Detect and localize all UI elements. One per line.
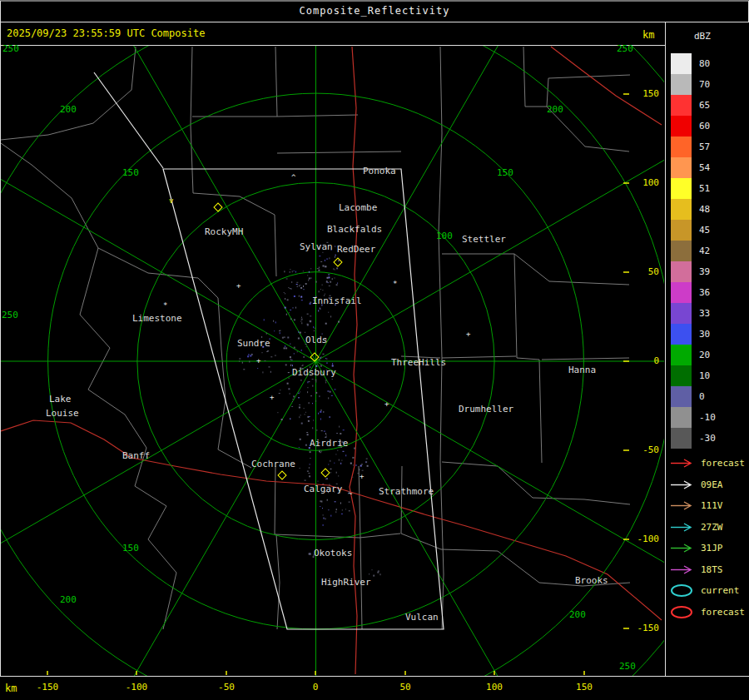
echo-pixel <box>294 347 295 349</box>
colorbar-row: 20 <box>671 345 716 365</box>
echo-pixel <box>297 351 298 352</box>
city-label: Sundre <box>237 338 270 349</box>
city-label: HighRiver <box>321 577 371 588</box>
y-axis-label: 50 <box>627 266 659 277</box>
echo-pixel <box>338 475 339 476</box>
city-label: Brooks <box>575 575 608 586</box>
echo-pixel <box>285 298 285 300</box>
legend-arrow-icon <box>669 563 697 577</box>
colorbar-value: 30 <box>699 329 710 340</box>
echo-pixel <box>336 267 338 269</box>
poi-mark: * <box>393 280 397 288</box>
echo-pixel <box>299 295 300 297</box>
echo-pixel <box>299 405 300 405</box>
echo-pixel <box>307 434 309 435</box>
echo-pixel <box>329 285 330 286</box>
y-axis-label: -150 <box>627 623 659 633</box>
echo-pixel <box>331 395 333 396</box>
echo-pixel <box>264 319 265 320</box>
colorbar-block <box>671 178 692 199</box>
echo-pixel <box>295 271 296 273</box>
echo-pixel <box>335 511 336 513</box>
echo-pixel <box>355 465 357 466</box>
window-title: Composite_Reflectivity <box>300 5 450 17</box>
colorbar-block <box>671 365 692 386</box>
echo-pixel <box>279 330 280 331</box>
echo-pixel <box>273 320 274 322</box>
echo-pixel <box>339 426 340 428</box>
echo-pixel <box>345 509 346 509</box>
echo-pixel <box>321 451 322 452</box>
echo-pixel <box>319 256 320 256</box>
x-axis-label: -100 <box>126 682 148 693</box>
echo-pixel <box>321 356 322 357</box>
echo-pixel <box>315 328 315 329</box>
echo-pixel <box>310 451 311 453</box>
echo-pixel <box>301 320 302 321</box>
colorbar-block <box>671 386 692 407</box>
echo-pixel <box>291 406 293 407</box>
echo-pixel <box>326 363 328 364</box>
echo-pixel <box>312 403 313 404</box>
colorbar-value: 36 <box>699 287 710 298</box>
colorbar-block <box>671 282 692 303</box>
city-label: Innisfail <box>312 295 362 306</box>
ring-distance-label: 200 <box>60 104 77 115</box>
echo-pixel <box>337 450 338 451</box>
echo-pixel <box>290 318 291 320</box>
legend-item: current <box>669 580 745 602</box>
echo-pixel <box>319 360 320 360</box>
echo-pixel <box>307 416 309 418</box>
colorbar-row: 10 <box>671 365 716 386</box>
colorbar-value: 10 <box>699 370 710 381</box>
echo-pixel <box>257 368 258 369</box>
echo-pixel <box>293 307 294 308</box>
echo-pixel <box>337 283 338 284</box>
legend-arrow-icon <box>669 478 697 492</box>
echo-pixel <box>299 407 300 409</box>
echo-pixel <box>325 266 325 267</box>
echo-pixel <box>290 344 290 345</box>
x-axis-label: 100 <box>486 682 503 693</box>
echo-pixel <box>313 326 314 328</box>
echo-pixel <box>304 408 305 409</box>
echo-pixel <box>305 444 307 446</box>
colorbar-unit-label: dBZ <box>694 31 711 42</box>
echo-pixel <box>306 432 308 433</box>
echo-pixel <box>280 332 280 334</box>
echo-pixel <box>279 393 280 394</box>
y-axis-label: 100 <box>627 177 659 188</box>
echo-pixel <box>373 575 374 577</box>
km-unit-label-bottom: km <box>5 683 17 694</box>
echo-pixel <box>307 381 308 383</box>
y-axis-label: -50 <box>627 444 659 455</box>
echo-pixel <box>335 255 336 256</box>
echo-pixel <box>316 281 317 283</box>
echo-pixel <box>289 312 290 313</box>
echo-pixel <box>294 319 295 320</box>
echo-pixel <box>239 359 241 360</box>
echo-pixel <box>301 319 303 320</box>
echo-pixel <box>330 460 330 462</box>
echo-pixel <box>327 277 329 279</box>
echo-pixel <box>301 350 302 351</box>
echo-pixel <box>328 276 330 278</box>
echo-pixel <box>288 388 290 390</box>
echo-pixel <box>285 364 287 365</box>
echo-pixel <box>307 471 309 472</box>
echo-pixel <box>359 469 360 470</box>
poi-mark: + <box>466 330 470 338</box>
legend-label: 111V <box>701 500 723 511</box>
city-label: Banff <box>122 450 150 461</box>
echo-pixel <box>314 330 315 331</box>
legend-label: current <box>701 585 739 596</box>
ring-distance-label: 100 <box>436 231 453 241</box>
echo-pixel <box>275 321 276 323</box>
echo-pixel <box>343 429 345 430</box>
echo-pixel <box>328 509 329 510</box>
echo-pixel <box>342 509 343 510</box>
echo-pixel <box>319 395 320 397</box>
ring-distance-label: 250 <box>619 661 636 672</box>
echo-pixel <box>352 477 353 478</box>
echo-pixel <box>325 433 326 434</box>
